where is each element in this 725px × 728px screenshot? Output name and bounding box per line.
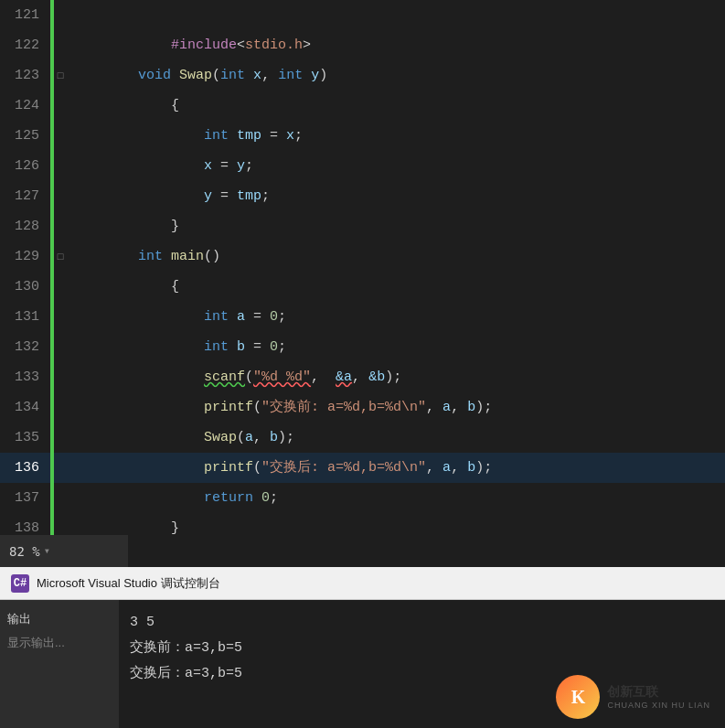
line-number: 124 (0, 98, 50, 113)
code-content: } (67, 483, 725, 567)
line-number: 123 (0, 68, 50, 83)
green-bar (50, 362, 54, 392)
panel-title-bar: C# Microsoft Visual Studio 调试控制台 (0, 567, 725, 600)
line-number: 121 (0, 7, 50, 23)
line-number: 122 (0, 37, 50, 53)
green-bar (50, 0, 54, 30)
bottom-panel: C# Microsoft Visual Studio 调试控制台 输出 显示输出… (0, 567, 725, 728)
code-editor: 121 122 #include<stdio.h> 123 □ void Swa… (0, 0, 725, 567)
logo-k-letter: K (571, 687, 586, 708)
green-bar (50, 211, 54, 241)
line-number: 127 (0, 188, 50, 204)
line-number: 130 (0, 279, 50, 294)
logo-watermark: K 创新互联 CHUANG XIN HU LIAN (556, 675, 710, 719)
green-bar (50, 151, 54, 181)
panel-title: Microsoft Visual Studio 调试控制台 (37, 575, 220, 592)
green-bar (50, 423, 54, 453)
line-number: 128 (0, 219, 50, 234)
green-bar (50, 30, 54, 60)
vs-icon-text: C# (14, 577, 27, 590)
zoom-dropdown-icon[interactable]: ▾ (44, 544, 50, 558)
line-number: 135 (0, 430, 50, 445)
green-bar (50, 302, 54, 332)
line-number: 138 (0, 520, 50, 536)
line-number: 126 (0, 158, 50, 174)
output-sidebar: 输出 显示输出... (0, 600, 119, 728)
status-bar: 82 % ▾ (0, 535, 128, 567)
green-bar (50, 453, 54, 483)
panel-output: 输出 显示输出... 3 5 交换前：a=3,b=5 交换后：a=3,b=5 K… (0, 600, 725, 728)
zoom-level: 82 % (9, 544, 40, 559)
green-bar (50, 121, 54, 151)
green-bar (50, 483, 54, 513)
green-bar (50, 272, 54, 302)
line-number: 137 (0, 490, 50, 506)
green-bar (50, 332, 54, 362)
vs-icon: C# (11, 574, 29, 593)
green-bar (50, 181, 54, 211)
output-line-1: 3 5 (130, 611, 714, 635)
tab-output[interactable]: 输出 (0, 607, 119, 631)
green-bar (50, 392, 54, 423)
logo-circle: K (556, 675, 600, 719)
logo-en-text: CHUANG XIN HU LIAN (607, 701, 710, 710)
logo-cn-text: 创新互联 (607, 684, 710, 701)
line-number: 129 (0, 249, 50, 264)
tab-display-output[interactable]: 显示输出... (0, 631, 119, 655)
line-number: 133 (0, 369, 50, 385)
green-bar (50, 91, 54, 121)
line-number: 132 (0, 339, 50, 355)
fold-indicator: □ (54, 252, 67, 262)
output-line-2: 交换前：a=3,b=5 (130, 637, 714, 660)
line-number: 136 (0, 460, 50, 476)
line-number: 131 (0, 309, 50, 325)
logo-text-block: 创新互联 CHUANG XIN HU LIAN (607, 684, 710, 710)
fold-indicator: □ (54, 70, 67, 81)
code-lines: 121 122 #include<stdio.h> 123 □ void Swa… (0, 0, 725, 543)
line-number: 134 (0, 400, 50, 415)
line-number: 125 (0, 128, 50, 144)
